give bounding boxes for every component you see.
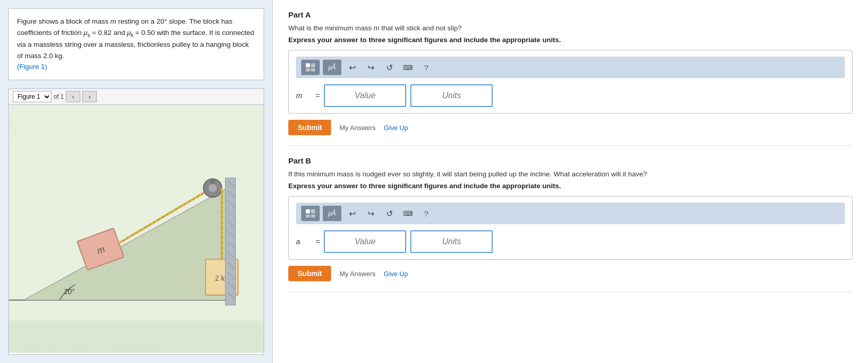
svg-rect-38 (311, 214, 315, 217)
figure-container: Figure 1 of 1 ‹ › 20° (8, 88, 264, 355)
svg-text:20°: 20° (63, 287, 75, 296)
svg-rect-33 (306, 68, 310, 71)
part-a-submit-button[interactable]: Submit (288, 120, 331, 135)
part-a-equals: = (316, 92, 320, 100)
svg-rect-31 (306, 63, 310, 67)
part-a-matrix-button[interactable] (301, 60, 320, 75)
part-b-undo-button[interactable]: ↩ (344, 206, 360, 221)
part-a-keyboard-button[interactable]: ⌨ (400, 60, 415, 75)
part-b-equals: = (316, 238, 320, 246)
svg-rect-32 (311, 63, 315, 67)
left-panel: Figure shows a block of mass m resting o… (0, 0, 273, 363)
part-a-question: What is the minimum mass m that will sti… (288, 24, 853, 32)
part-b-instruction: Express your answer to three significant… (288, 182, 853, 190)
figure-image-area: 20° m 2 kg (9, 105, 264, 353)
figure-svg: 20° m 2 kg (9, 105, 264, 353)
part-a-redo-button[interactable]: ↪ (363, 60, 378, 75)
svg-point-11 (209, 184, 217, 192)
part-a-instruction: Express your answer to three significant… (288, 36, 853, 44)
svg-rect-12 (211, 179, 215, 184)
svg-rect-35 (306, 209, 310, 213)
part-b-my-answers-label: My Answers (339, 270, 375, 278)
part-b-input-row: a = (296, 230, 845, 253)
part-b-units-input[interactable] (410, 230, 493, 253)
part-a-help-button[interactable]: ? (419, 60, 434, 75)
figure-link-text: (Figure 1) (17, 63, 47, 70)
part-b-help-button[interactable]: ? (419, 206, 434, 221)
problem-text: Figure shows a block of mass m resting o… (17, 17, 254, 60)
part-b-give-up-link[interactable]: Give Up (384, 270, 408, 278)
figure-of-label: of 1 (54, 93, 64, 100)
part-b-variable: a (296, 238, 311, 246)
figure-select[interactable]: Figure 1 (13, 91, 51, 102)
part-a-undo-button[interactable]: ↩ (344, 60, 360, 75)
part-a-reset-button[interactable]: ↺ (381, 60, 397, 75)
part-b-value-input[interactable] (324, 230, 406, 253)
part-a-variable: m (296, 92, 311, 100)
part-b-question: If this minimum mass is nudged ever so s… (288, 170, 853, 178)
next-figure-button[interactable]: › (82, 91, 97, 102)
problem-text-box: Figure shows a block of mass m resting o… (8, 8, 264, 80)
part-b-title: Part B (288, 156, 853, 165)
part-a-answer-box: μÅ ↩ ↪ ↺ ⌨ ? (288, 50, 853, 114)
part-b-redo-button[interactable]: ↪ (363, 206, 378, 221)
part-a-section: Part A What is the minimum mass m that w… (288, 10, 853, 146)
part-a-input-row: m = (296, 84, 845, 107)
part-a-value-input[interactable] (324, 84, 406, 107)
part-a-title: Part A (288, 10, 853, 19)
part-a-submit-row: Submit My Answers Give Up (288, 120, 853, 135)
right-panel: Part A What is the minimum mass m that w… (273, 0, 868, 363)
part-b-matrix-button[interactable] (301, 206, 320, 221)
part-b-keyboard-button[interactable]: ⌨ (400, 206, 415, 221)
part-a-my-answers-label: My Answers (339, 124, 375, 132)
svg-rect-34 (311, 68, 315, 71)
part-a-units-button[interactable]: μÅ (323, 60, 341, 75)
part-a-give-up-link[interactable]: Give Up (384, 124, 408, 132)
part-b-toolbar: μÅ ↩ ↪ ↺ ⌨ ? (296, 203, 845, 224)
part-b-answer-box: μÅ ↩ ↪ ↺ ⌨ ? a = (288, 196, 853, 260)
part-b-submit-row: Submit My Answers Give Up (288, 266, 853, 281)
part-b-units-button[interactable]: μÅ (323, 206, 341, 221)
part-a-toolbar: μÅ ↩ ↪ ↺ ⌨ ? (296, 57, 845, 78)
figure-toolbar: Figure 1 of 1 ‹ › (9, 89, 264, 105)
part-b-reset-button[interactable]: ↺ (381, 206, 397, 221)
svg-rect-37 (306, 214, 310, 217)
svg-rect-36 (311, 209, 315, 213)
prev-figure-button[interactable]: ‹ (66, 91, 80, 102)
part-b-section: Part B If this minimum mass is nudged ev… (288, 156, 853, 292)
part-a-units-input[interactable] (410, 84, 493, 107)
part-b-submit-button[interactable]: Submit (288, 266, 331, 281)
figure-link[interactable]: (Figure 1) (17, 63, 47, 70)
